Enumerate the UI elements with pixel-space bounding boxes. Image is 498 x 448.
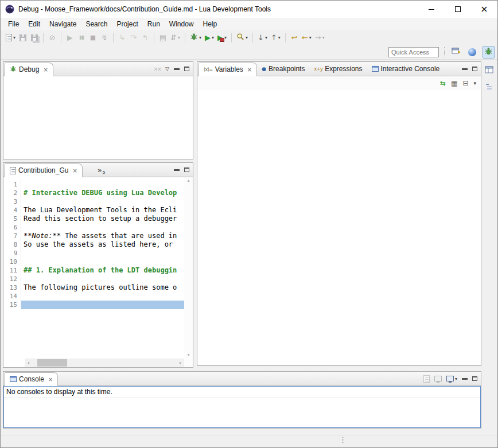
menu-edit[interactable]: Edit (24, 19, 45, 29)
perspective-debug-button[interactable] (483, 46, 495, 59)
code-text[interactable]: # Interactive DEBUG using Lua Develop (21, 189, 184, 197)
collapse-all-button[interactable]: ⊟ (462, 79, 468, 87)
line-number[interactable]: 13 (3, 283, 21, 292)
code-text[interactable]: ## 1. Explanation of the LDT debuggin (21, 266, 184, 275)
scroll-up-arrow[interactable]: ▴ (187, 178, 189, 183)
minimize-view-button[interactable] (462, 68, 468, 70)
code-text[interactable] (21, 180, 184, 189)
close-tab-icon[interactable]: × (48, 376, 53, 383)
code-text[interactable] (21, 275, 184, 283)
drop-to-frame-button[interactable]: ▤ (158, 32, 168, 44)
tab-console[interactable]: Console × (5, 372, 58, 386)
scrollbar-track[interactable] (33, 359, 176, 367)
maximize-window-button[interactable] (445, 1, 471, 18)
line-number[interactable]: 8 (3, 240, 21, 249)
view-menu-button[interactable]: ▽ (165, 66, 169, 72)
code-text[interactable] (21, 197, 184, 206)
view-menu-button[interactable]: ▾ (473, 80, 476, 86)
line-number[interactable]: 7 (3, 232, 21, 240)
skip-breakpoints-button[interactable]: ⊘ (47, 32, 57, 44)
step-into-button[interactable]: ↳ (117, 32, 127, 44)
menu-help[interactable]: Help (199, 19, 222, 29)
line-number[interactable]: 10 (3, 258, 21, 266)
menu-window[interactable]: Window (165, 19, 199, 29)
code-text[interactable]: **Note:** The assets that are used in (21, 232, 184, 240)
close-window-button[interactable]: × (471, 1, 497, 18)
menu-run[interactable]: Run (143, 19, 165, 29)
code-text[interactable]: Read this section to setup a debugger (21, 215, 184, 223)
show-columns-button[interactable]: ▦ (451, 79, 457, 87)
code-text[interactable]: The Lua Development Tools in the Ecli (21, 206, 184, 215)
remove-terminated-button[interactable]: ×× (153, 66, 161, 72)
menu-search[interactable]: Search (81, 19, 112, 29)
app-icon[interactable] (5, 5, 14, 14)
scrollbar-thumb[interactable] (37, 359, 67, 367)
open-console-button[interactable]: ▾ (446, 376, 457, 381)
tab-contribution-guide[interactable]: Contribution_Gu × (5, 163, 83, 177)
minimize-view-button[interactable] (462, 378, 468, 380)
code-line[interactable]: 7**Note:** The assets that are used in (3, 232, 184, 240)
close-tab-icon[interactable]: × (72, 167, 77, 174)
code-line[interactable]: 10 (3, 258, 184, 266)
code-line[interactable]: 15 (3, 301, 184, 309)
code-line[interactable]: 6 (3, 223, 184, 232)
new-button[interactable]: ▾ (5, 32, 17, 44)
save-button[interactable] (18, 32, 28, 44)
clear-console-button[interactable] (423, 375, 430, 383)
maximize-view-button[interactable] (184, 67, 189, 71)
tab-interactive-console[interactable]: Interactive Console (367, 62, 445, 76)
maximize-view-button[interactable] (472, 376, 477, 381)
scroll-left-arrow[interactable]: ‹ (25, 360, 33, 366)
step-return-button[interactable]: ↰ (140, 32, 150, 44)
next-annotation-button[interactable]: ↓▾ (256, 32, 269, 44)
tab-variables[interactable]: (x)= Variables × (199, 63, 257, 76)
code-text[interactable] (21, 258, 184, 266)
tab-overflow-button[interactable]: »5 (98, 166, 105, 174)
line-number[interactable]: 5 (3, 215, 21, 223)
line-number[interactable]: 1 (3, 180, 21, 189)
menu-navigate[interactable]: Navigate (45, 19, 81, 29)
code-line[interactable]: 8So use the assets as listed here, or (3, 240, 184, 249)
code-line[interactable]: 3 (3, 197, 184, 206)
search-button[interactable]: ▾ (235, 32, 249, 44)
step-filters-button[interactable]: ⇵▾ (169, 32, 181, 44)
code-line[interactable]: 13The following pictures outline some o (3, 283, 184, 292)
resume-button[interactable]: ▶ (65, 32, 75, 44)
debug-button[interactable]: ▾ (189, 32, 203, 44)
perspective-ldt-button[interactable] (467, 46, 477, 59)
run-button[interactable]: ▶▾ (204, 32, 215, 44)
menu-file[interactable]: File (3, 19, 24, 29)
horizontal-scrollbar[interactable]: ‹ › (25, 359, 184, 367)
line-number[interactable]: 4 (3, 206, 21, 215)
step-over-button[interactable]: ↷ (129, 32, 139, 44)
disconnect-button[interactable]: ↯ (99, 32, 110, 44)
code-line[interactable]: 9 (3, 249, 184, 258)
back-button[interactable]: ←▾ (301, 32, 313, 44)
last-edit-location-button[interactable]: ↩ (289, 32, 299, 44)
tab-breakpoints[interactable]: ● Breakpoints (257, 62, 309, 76)
line-number[interactable]: 15 (3, 301, 21, 309)
tab-expressions[interactable]: x+y Expressions (309, 62, 367, 76)
code-area[interactable]: 1 2# Interactive DEBUG using Lua Develop… (3, 177, 184, 359)
code-text[interactable] (21, 292, 184, 301)
restore-views-button[interactable] (484, 64, 495, 76)
open-perspective-button[interactable] (450, 46, 462, 59)
code-line[interactable]: 4The Lua Development Tools in the Ecli (3, 206, 184, 215)
minimize-view-button[interactable] (174, 169, 180, 171)
code-line[interactable]: 1 (3, 180, 184, 189)
minimize-window-button[interactable] (418, 1, 445, 18)
code-line[interactable]: 2# Interactive DEBUG using Lua Develop (3, 189, 184, 197)
line-number[interactable]: 11 (3, 266, 21, 275)
display-console-button[interactable] (434, 376, 442, 381)
maximize-view-button[interactable] (472, 67, 477, 71)
close-tab-icon[interactable]: × (247, 67, 252, 73)
show-logical-structure-button[interactable]: ⇆ (440, 79, 446, 87)
terminate-button[interactable]: ■ (88, 32, 98, 44)
line-number[interactable]: 12 (3, 275, 21, 283)
suspend-button[interactable]: ▮▮ (76, 32, 87, 44)
close-tab-icon[interactable]: × (43, 67, 48, 73)
line-number[interactable]: 2 (3, 189, 21, 197)
vertical-scrollbar[interactable]: ▴ ▾ (184, 177, 193, 359)
line-number[interactable]: 9 (3, 249, 21, 258)
code-text[interactable] (21, 249, 184, 258)
